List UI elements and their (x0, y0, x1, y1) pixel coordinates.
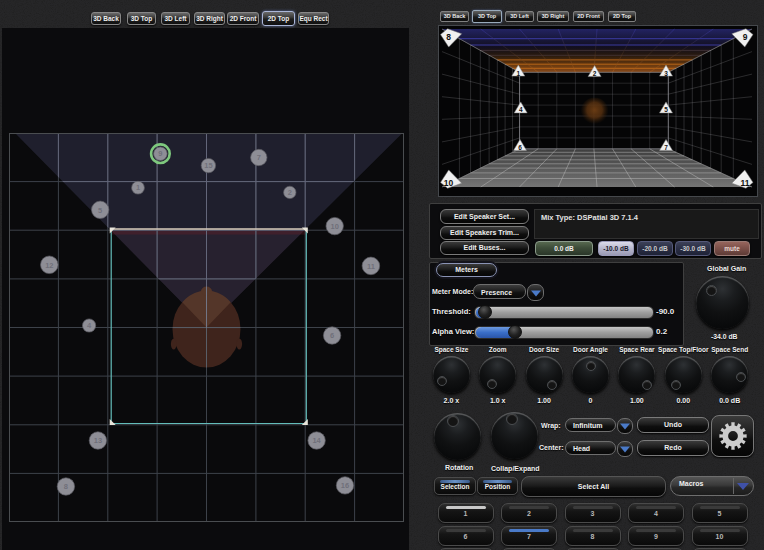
svg-text:14: 14 (312, 436, 321, 445)
svg-text:2: 2 (288, 188, 292, 197)
svg-text:3: 3 (664, 70, 668, 77)
svg-text:9: 9 (158, 149, 162, 158)
svg-text:13: 13 (94, 436, 102, 445)
svg-text:8: 8 (64, 482, 68, 491)
svg-text:1: 1 (516, 70, 520, 77)
svg-text:8: 8 (446, 32, 451, 42)
svg-text:16: 16 (341, 481, 349, 490)
svg-text:15: 15 (204, 161, 212, 170)
svg-text:5: 5 (98, 206, 102, 215)
svg-text:7: 7 (257, 153, 261, 162)
svg-text:2: 2 (593, 70, 597, 77)
svg-text:6: 6 (518, 144, 522, 151)
svg-text:11: 11 (367, 262, 375, 271)
svg-text:1: 1 (136, 183, 140, 192)
svg-text:9: 9 (743, 32, 748, 42)
svg-text:10: 10 (331, 222, 339, 231)
svg-text:6: 6 (330, 331, 334, 340)
svg-text:4: 4 (519, 106, 523, 113)
svg-text:12: 12 (45, 261, 53, 270)
svg-text:7: 7 (664, 144, 668, 151)
svg-text:10: 10 (444, 178, 454, 188)
svg-text:11: 11 (741, 178, 750, 188)
svg-text:5: 5 (664, 106, 668, 113)
